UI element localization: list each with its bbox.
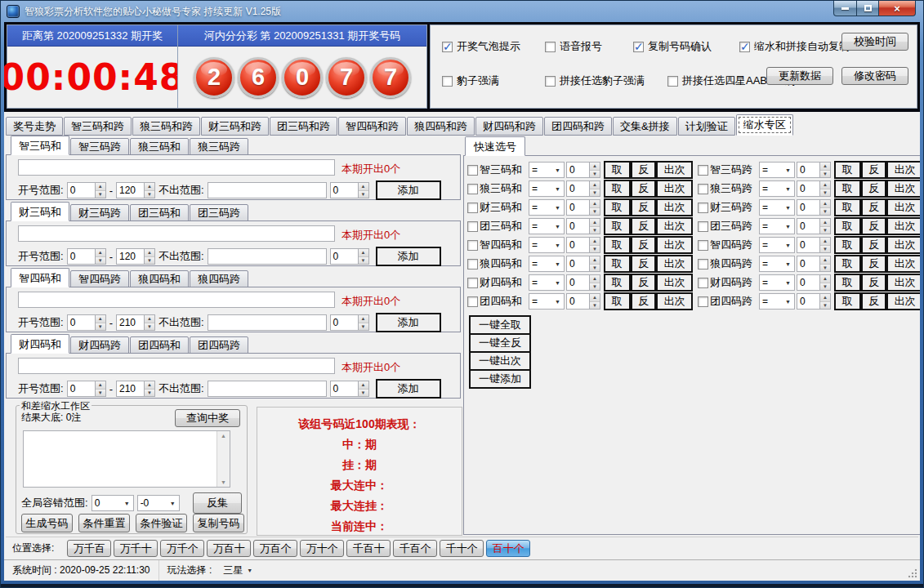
- verify-time-button[interactable]: 校验时间: [841, 33, 908, 51]
- operator-select[interactable]: =▼: [759, 180, 795, 197]
- generate-numbers-button[interactable]: 生成号码: [21, 514, 73, 532]
- checkbox[interactable]: [698, 296, 708, 307]
- spin-down-icon[interactable]: ▼: [359, 257, 368, 265]
- chevron-down-icon[interactable]: ▼: [551, 280, 564, 286]
- times-button[interactable]: 出次: [886, 274, 920, 292]
- chevron-down-icon[interactable]: ▼: [782, 261, 794, 267]
- section-tab[interactable]: 狼三码跨: [190, 138, 248, 155]
- take-button[interactable]: 取: [834, 161, 861, 179]
- main-tab[interactable]: 财四码和跨: [475, 117, 543, 136]
- scrollbar[interactable]: ▲▼: [216, 431, 230, 487]
- spin-down-icon[interactable]: ▼: [820, 265, 830, 272]
- spin-down-icon[interactable]: ▼: [590, 208, 600, 216]
- invert-button[interactable]: 反: [631, 274, 657, 292]
- checkbox[interactable]: [442, 76, 453, 87]
- value-spinner[interactable]: 0 ▲▼: [566, 180, 600, 197]
- operator-select[interactable]: =▼: [529, 162, 565, 178]
- checkbox[interactable]: [545, 42, 556, 52]
- position-button[interactable]: 万百十: [207, 540, 251, 557]
- section-tab[interactable]: 智四码和: [11, 268, 69, 287]
- operator-select[interactable]: =▼: [759, 218, 795, 234]
- main-tab[interactable]: 智四码和跨: [338, 117, 406, 136]
- position-button[interactable]: 万十个: [300, 540, 344, 557]
- option-checkbox-item[interactable]: 豹子强满: [442, 74, 545, 88]
- numbers-input[interactable]: [18, 358, 335, 374]
- section-tab[interactable]: 财四码跨: [70, 336, 129, 354]
- invert-button[interactable]: 反: [631, 255, 657, 273]
- titlebar[interactable]: 智狼彩票分析软件您的贴心小秘做号专家 持续更新 V1.25版 ×: [1, 1, 923, 22]
- spin-up-icon[interactable]: ▲: [590, 200, 600, 208]
- invert-button[interactable]: 反: [861, 180, 887, 198]
- section-tab[interactable]: 团四码跨: [190, 336, 248, 354]
- section-tab[interactable]: 财三码和: [11, 202, 69, 221]
- invert-button[interactable]: 反: [861, 292, 887, 310]
- take-button[interactable]: 取: [604, 292, 631, 310]
- section-tab[interactable]: 财四码和: [11, 334, 69, 354]
- chevron-down-icon[interactable]: ▼: [551, 205, 564, 211]
- exclude-input[interactable]: [208, 381, 327, 397]
- scroll-down-icon[interactable]: ▼: [221, 479, 226, 485]
- spin-up-icon[interactable]: ▲: [820, 200, 830, 208]
- maximize-button[interactable]: [857, 1, 879, 16]
- main-tab[interactable]: 团三码和跨: [270, 117, 337, 136]
- spin-up-icon[interactable]: ▲: [820, 219, 830, 227]
- spin-up-icon[interactable]: ▲: [359, 249, 368, 257]
- spin-down-icon[interactable]: ▼: [820, 302, 830, 310]
- change-password-button[interactable]: 修改密码: [841, 67, 908, 85]
- chevron-down-icon[interactable]: ▼: [782, 280, 794, 286]
- chevron-down-icon[interactable]: ▼: [551, 299, 564, 305]
- exclude-input[interactable]: [208, 182, 327, 198]
- take-button[interactable]: 取: [834, 198, 861, 216]
- main-tab[interactable]: 狼三码和跨: [132, 117, 200, 136]
- operator-select[interactable]: =▼: [529, 293, 565, 310]
- verify-conditions-button[interactable]: 条件验证: [136, 514, 187, 532]
- spin-down-icon[interactable]: ▼: [590, 246, 600, 253]
- spin-up-icon[interactable]: ▲: [96, 315, 105, 323]
- operator-select[interactable]: =▼: [759, 293, 795, 310]
- operator-select[interactable]: =▼: [529, 199, 565, 216]
- times-button[interactable]: 出次: [886, 292, 920, 310]
- range-from-spinner[interactable]: 0 ▲▼: [67, 381, 106, 397]
- spin-down-icon[interactable]: ▼: [590, 171, 600, 178]
- invert-button[interactable]: 反: [861, 217, 887, 235]
- section-tab[interactable]: 狼四码和: [130, 270, 189, 287]
- times-button[interactable]: 出次: [886, 255, 920, 273]
- spin-up-icon[interactable]: ▲: [359, 183, 368, 191]
- range-to-spinner[interactable]: 210 ▲▼: [116, 381, 155, 397]
- spin-down-icon[interactable]: ▼: [96, 323, 105, 331]
- spin-up-icon[interactable]: ▲: [145, 381, 154, 390]
- spin-down-icon[interactable]: ▼: [590, 227, 600, 234]
- spin-down-icon[interactable]: ▼: [590, 265, 600, 272]
- invert-button[interactable]: 反: [631, 217, 657, 235]
- operator-select[interactable]: =▼: [759, 237, 795, 253]
- checkbox[interactable]: [739, 42, 750, 52]
- spin-down-icon[interactable]: ▼: [145, 191, 154, 198]
- invert-button[interactable]: 反: [861, 255, 887, 273]
- position-button[interactable]: 千百个: [393, 540, 437, 557]
- chevron-down-icon[interactable]: ▼: [782, 205, 794, 211]
- chevron-down-icon[interactable]: ▼: [782, 243, 794, 248]
- take-button[interactable]: 取: [604, 180, 631, 198]
- spin-up-icon[interactable]: ▲: [96, 183, 105, 191]
- spin-up-icon[interactable]: ▲: [590, 238, 600, 246]
- value-spinner[interactable]: 0 ▲▼: [566, 274, 600, 291]
- take-button[interactable]: 取: [604, 274, 631, 292]
- spin-up-icon[interactable]: ▲: [145, 315, 154, 323]
- spin-up-icon[interactable]: ▲: [359, 381, 368, 390]
- spin-up-icon[interactable]: ▲: [96, 381, 105, 390]
- operator-select[interactable]: =▼: [759, 274, 795, 291]
- result-textarea[interactable]: ▲▼: [23, 430, 230, 488]
- option-checkbox-item[interactable]: 复制号码确认: [633, 39, 739, 54]
- spin-up-icon[interactable]: ▲: [820, 238, 830, 246]
- scroll-up-icon[interactable]: ▲: [221, 433, 226, 439]
- option-checkbox-item[interactable]: 缩水和拼接自动复制: [739, 39, 850, 54]
- section-tab[interactable]: 智四码跨: [70, 270, 129, 287]
- main-tab[interactable]: 狼四码和跨: [407, 117, 475, 136]
- checkbox[interactable]: [698, 203, 708, 213]
- value-spinner[interactable]: 0 ▲▼: [566, 293, 600, 310]
- operator-select[interactable]: =▼: [529, 274, 565, 291]
- chevron-down-icon[interactable]: ▼: [121, 501, 133, 506]
- spin-up-icon[interactable]: ▲: [96, 249, 105, 257]
- invert-set-button[interactable]: 反集: [193, 492, 242, 514]
- spin-down-icon[interactable]: ▼: [359, 191, 368, 198]
